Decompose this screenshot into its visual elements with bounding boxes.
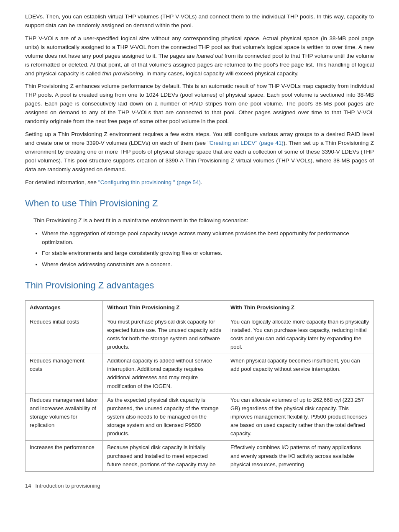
footer-label: Introduction to provisioning <box>35 482 100 490</box>
row3-col3: You can allocate volumes of up to 262,66… <box>226 393 374 441</box>
intro-para-1: LDEVs. Then, you can establish virtual T… <box>25 13 374 30</box>
table-row: Reduces management labor and increases a… <box>26 393 374 441</box>
section2-title: Thin Provisioning Z advantages <box>25 278 374 294</box>
bullet-3: Where device addressing constraints are … <box>42 260 374 269</box>
row3-col2: As the expected physical disk capacity i… <box>103 393 226 441</box>
intro-para-4: Setting up a Thin Provisioning Z environ… <box>25 130 374 174</box>
col-header-with: With Thin Provisioning Z <box>226 301 374 315</box>
intro-para-3: Thin Provisioning Z enhances volume perf… <box>25 82 374 126</box>
table-row: Increases the performance Because physic… <box>26 441 374 471</box>
page-footer: 14 Introduction to provisioning <box>25 482 374 490</box>
intro-section: LDEVs. Then, you can establish virtual T… <box>25 13 374 187</box>
table-row: Reduces initial costs You must purchase … <box>26 315 374 354</box>
section1-bullets: Where the aggregation of storage pool ca… <box>42 229 374 270</box>
section1-title: When to use Thin Provisioning Z <box>25 196 374 212</box>
row2-col1: Reduces management costs <box>26 354 103 393</box>
ldev-link[interactable]: "Creating an LDEV" (page 41) <box>207 140 284 146</box>
row3-col1: Reduces management labor and increases a… <box>26 393 103 441</box>
table-row: Reduces management costs Additional capa… <box>26 354 374 393</box>
intro-para-2: THP V-VOLs are of a user-specified logic… <box>25 34 374 78</box>
row1-col2: You must purchase physical disk capacity… <box>103 315 226 354</box>
row2-col3: When physical capacity becomes insuffici… <box>226 354 374 393</box>
advantages-table: Advantages Without Thin Provisioning Z W… <box>25 300 374 471</box>
bullet-2: For stable environments and large consis… <box>42 249 374 258</box>
config-link[interactable]: "Configuring thin provisioning " (page 5… <box>98 179 201 185</box>
section1-intro: Thin Provisioning Z is a best fit in a m… <box>33 216 374 225</box>
row1-col3: You can logically allocate more capacity… <box>226 315 374 354</box>
row4-col2: Because physical disk capacity is initia… <box>103 441 226 471</box>
row1-col1: Reduces initial costs <box>26 315 103 354</box>
row4-col3: Effectively combines I/O patterns of man… <box>226 441 374 471</box>
row4-col1: Increases the performance <box>26 441 103 471</box>
page-number: 14 <box>25 482 31 490</box>
intro-para-5: For detailed information, see "Configuri… <box>25 178 374 187</box>
col-header-without: Without Thin Provisioning Z <box>103 301 226 315</box>
bullet-1: Where the aggregation of storage pool ca… <box>42 229 374 247</box>
col-header-advantages: Advantages <box>26 301 103 315</box>
row2-col2: Additional capacity is added without ser… <box>103 354 226 393</box>
